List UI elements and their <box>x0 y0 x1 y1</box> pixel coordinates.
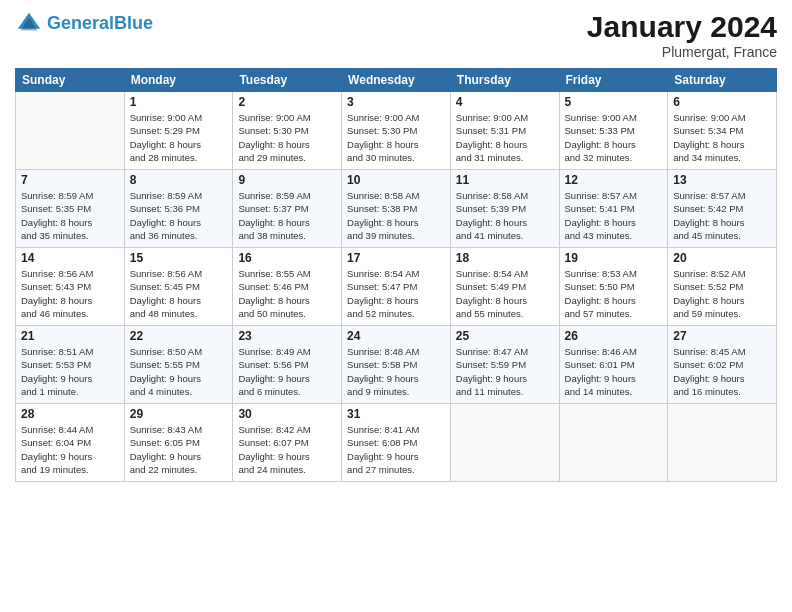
day-info: Sunrise: 8:42 AMSunset: 6:07 PMDaylight:… <box>238 423 336 476</box>
day-info: Sunrise: 9:00 AMSunset: 5:34 PMDaylight:… <box>673 111 771 164</box>
calendar-week-row: 14Sunrise: 8:56 AMSunset: 5:43 PMDayligh… <box>16 248 777 326</box>
calendar-cell: 12Sunrise: 8:57 AMSunset: 5:41 PMDayligh… <box>559 170 668 248</box>
calendar-week-row: 28Sunrise: 8:44 AMSunset: 6:04 PMDayligh… <box>16 404 777 482</box>
day-number: 18 <box>456 251 554 265</box>
day-info: Sunrise: 8:54 AMSunset: 5:47 PMDaylight:… <box>347 267 445 320</box>
day-number: 28 <box>21 407 119 421</box>
day-info: Sunrise: 8:57 AMSunset: 5:42 PMDaylight:… <box>673 189 771 242</box>
logo: GeneralBlue <box>15 10 153 38</box>
day-number: 23 <box>238 329 336 343</box>
day-number: 29 <box>130 407 228 421</box>
day-number: 13 <box>673 173 771 187</box>
day-info: Sunrise: 8:51 AMSunset: 5:53 PMDaylight:… <box>21 345 119 398</box>
day-number: 1 <box>130 95 228 109</box>
day-info: Sunrise: 8:43 AMSunset: 6:05 PMDaylight:… <box>130 423 228 476</box>
calendar-cell: 2Sunrise: 9:00 AMSunset: 5:30 PMDaylight… <box>233 92 342 170</box>
calendar-cell: 9Sunrise: 8:59 AMSunset: 5:37 PMDaylight… <box>233 170 342 248</box>
calendar-cell: 14Sunrise: 8:56 AMSunset: 5:43 PMDayligh… <box>16 248 125 326</box>
day-number: 30 <box>238 407 336 421</box>
day-number: 5 <box>565 95 663 109</box>
header: GeneralBlue January 2024 Plumergat, Fran… <box>15 10 777 60</box>
day-number: 11 <box>456 173 554 187</box>
day-info: Sunrise: 8:57 AMSunset: 5:41 PMDaylight:… <box>565 189 663 242</box>
day-number: 12 <box>565 173 663 187</box>
calendar-page: GeneralBlue January 2024 Plumergat, Fran… <box>0 0 792 612</box>
calendar-week-row: 21Sunrise: 8:51 AMSunset: 5:53 PMDayligh… <box>16 326 777 404</box>
day-number: 3 <box>347 95 445 109</box>
day-info: Sunrise: 8:52 AMSunset: 5:52 PMDaylight:… <box>673 267 771 320</box>
day-number: 10 <box>347 173 445 187</box>
day-number: 31 <box>347 407 445 421</box>
calendar-cell: 11Sunrise: 8:58 AMSunset: 5:39 PMDayligh… <box>450 170 559 248</box>
calendar-cell: 26Sunrise: 8:46 AMSunset: 6:01 PMDayligh… <box>559 326 668 404</box>
calendar-header-friday: Friday <box>559 69 668 92</box>
day-info: Sunrise: 8:46 AMSunset: 6:01 PMDaylight:… <box>565 345 663 398</box>
calendar-cell: 29Sunrise: 8:43 AMSunset: 6:05 PMDayligh… <box>124 404 233 482</box>
calendar-cell: 4Sunrise: 9:00 AMSunset: 5:31 PMDaylight… <box>450 92 559 170</box>
day-info: Sunrise: 9:00 AMSunset: 5:31 PMDaylight:… <box>456 111 554 164</box>
calendar-cell <box>668 404 777 482</box>
day-number: 26 <box>565 329 663 343</box>
calendar-cell <box>450 404 559 482</box>
logo-text: GeneralBlue <box>47 14 153 34</box>
calendar-cell: 7Sunrise: 8:59 AMSunset: 5:35 PMDaylight… <box>16 170 125 248</box>
day-info: Sunrise: 8:49 AMSunset: 5:56 PMDaylight:… <box>238 345 336 398</box>
day-number: 24 <box>347 329 445 343</box>
day-number: 4 <box>456 95 554 109</box>
calendar-header-row: SundayMondayTuesdayWednesdayThursdayFrid… <box>16 69 777 92</box>
calendar-header-monday: Monday <box>124 69 233 92</box>
calendar-cell: 6Sunrise: 9:00 AMSunset: 5:34 PMDaylight… <box>668 92 777 170</box>
day-info: Sunrise: 8:50 AMSunset: 5:55 PMDaylight:… <box>130 345 228 398</box>
calendar-cell: 19Sunrise: 8:53 AMSunset: 5:50 PMDayligh… <box>559 248 668 326</box>
calendar-cell: 5Sunrise: 9:00 AMSunset: 5:33 PMDaylight… <box>559 92 668 170</box>
day-info: Sunrise: 8:55 AMSunset: 5:46 PMDaylight:… <box>238 267 336 320</box>
day-number: 27 <box>673 329 771 343</box>
day-number: 9 <box>238 173 336 187</box>
calendar-cell: 21Sunrise: 8:51 AMSunset: 5:53 PMDayligh… <box>16 326 125 404</box>
day-info: Sunrise: 9:00 AMSunset: 5:29 PMDaylight:… <box>130 111 228 164</box>
day-info: Sunrise: 8:58 AMSunset: 5:39 PMDaylight:… <box>456 189 554 242</box>
day-info: Sunrise: 9:00 AMSunset: 5:33 PMDaylight:… <box>565 111 663 164</box>
calendar-week-row: 7Sunrise: 8:59 AMSunset: 5:35 PMDaylight… <box>16 170 777 248</box>
calendar-cell <box>16 92 125 170</box>
day-info: Sunrise: 9:00 AMSunset: 5:30 PMDaylight:… <box>238 111 336 164</box>
calendar-header-thursday: Thursday <box>450 69 559 92</box>
logo-line2: Blue <box>114 13 153 33</box>
day-number: 21 <box>21 329 119 343</box>
day-info: Sunrise: 8:54 AMSunset: 5:49 PMDaylight:… <box>456 267 554 320</box>
day-info: Sunrise: 8:59 AMSunset: 5:35 PMDaylight:… <box>21 189 119 242</box>
location: Plumergat, France <box>587 44 777 60</box>
calendar-cell: 28Sunrise: 8:44 AMSunset: 6:04 PMDayligh… <box>16 404 125 482</box>
day-number: 17 <box>347 251 445 265</box>
day-number: 20 <box>673 251 771 265</box>
day-info: Sunrise: 8:53 AMSunset: 5:50 PMDaylight:… <box>565 267 663 320</box>
calendar-cell: 1Sunrise: 9:00 AMSunset: 5:29 PMDaylight… <box>124 92 233 170</box>
day-info: Sunrise: 8:47 AMSunset: 5:59 PMDaylight:… <box>456 345 554 398</box>
title-block: January 2024 Plumergat, France <box>587 10 777 60</box>
calendar-cell: 16Sunrise: 8:55 AMSunset: 5:46 PMDayligh… <box>233 248 342 326</box>
calendar-cell: 24Sunrise: 8:48 AMSunset: 5:58 PMDayligh… <box>342 326 451 404</box>
day-number: 16 <box>238 251 336 265</box>
calendar-cell: 18Sunrise: 8:54 AMSunset: 5:49 PMDayligh… <box>450 248 559 326</box>
calendar-header-wednesday: Wednesday <box>342 69 451 92</box>
day-info: Sunrise: 8:59 AMSunset: 5:36 PMDaylight:… <box>130 189 228 242</box>
day-info: Sunrise: 9:00 AMSunset: 5:30 PMDaylight:… <box>347 111 445 164</box>
day-info: Sunrise: 8:48 AMSunset: 5:58 PMDaylight:… <box>347 345 445 398</box>
calendar-cell: 10Sunrise: 8:58 AMSunset: 5:38 PMDayligh… <box>342 170 451 248</box>
calendar-header-sunday: Sunday <box>16 69 125 92</box>
day-number: 15 <box>130 251 228 265</box>
day-info: Sunrise: 8:56 AMSunset: 5:43 PMDaylight:… <box>21 267 119 320</box>
calendar-header-saturday: Saturday <box>668 69 777 92</box>
day-number: 8 <box>130 173 228 187</box>
day-info: Sunrise: 8:59 AMSunset: 5:37 PMDaylight:… <box>238 189 336 242</box>
calendar-cell: 3Sunrise: 9:00 AMSunset: 5:30 PMDaylight… <box>342 92 451 170</box>
day-info: Sunrise: 8:56 AMSunset: 5:45 PMDaylight:… <box>130 267 228 320</box>
calendar-cell <box>559 404 668 482</box>
month-title: January 2024 <box>587 10 777 44</box>
day-info: Sunrise: 8:45 AMSunset: 6:02 PMDaylight:… <box>673 345 771 398</box>
day-number: 14 <box>21 251 119 265</box>
day-number: 7 <box>21 173 119 187</box>
day-number: 22 <box>130 329 228 343</box>
calendar-cell: 20Sunrise: 8:52 AMSunset: 5:52 PMDayligh… <box>668 248 777 326</box>
calendar-cell: 30Sunrise: 8:42 AMSunset: 6:07 PMDayligh… <box>233 404 342 482</box>
